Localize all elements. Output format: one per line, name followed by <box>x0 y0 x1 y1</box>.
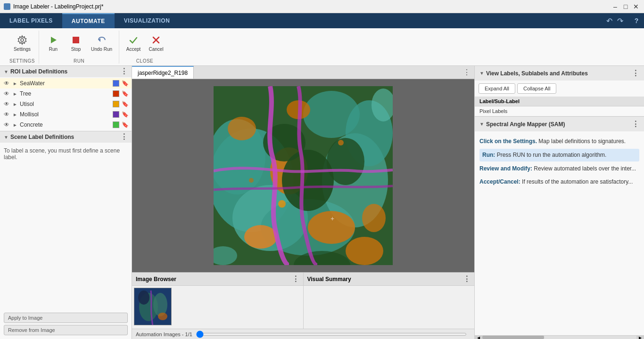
scene-title: Scene Label Definitions <box>10 134 74 140</box>
visual-summary-menu[interactable]: ⋮ <box>463 274 471 283</box>
expand-all-button[interactable]: Expand All <box>479 83 515 94</box>
visibility-icon-seawater[interactable]: 👁 <box>3 80 10 87</box>
undo-run-button[interactable]: Undo Run <box>88 32 115 54</box>
minimize-button[interactable]: – <box>611 2 619 11</box>
visual-summary-header: Visual Summary ⋮ <box>304 273 475 286</box>
view-labels-menu[interactable]: ⋮ <box>632 69 639 78</box>
svg-point-28 <box>338 140 344 145</box>
cancel-button[interactable]: Cancel <box>146 32 166 54</box>
scene-menu-button[interactable]: ⋮ <box>120 133 128 141</box>
svg-point-20 <box>362 204 386 232</box>
sam-scrollbar[interactable]: ◀ ▶ <box>475 335 644 339</box>
svg-point-35 <box>158 313 167 320</box>
scene-section: ▼ Scene Label Definitions ⋮ To label a s… <box>0 131 132 339</box>
expand-icon-seawater[interactable]: ► <box>12 81 18 86</box>
scroll-right-button[interactable]: ▶ <box>636 336 644 339</box>
apply-to-image-button[interactable]: Apply to Image <box>4 313 128 323</box>
tab-visualization[interactable]: VISUALIZATION <box>115 13 180 28</box>
label-item-seawater[interactable]: 👁 ► SeaWater 🔖 <box>0 78 132 89</box>
automation-images-label: Automation Images - 1/1 <box>136 331 192 337</box>
sam-step-1-body: Map label definitions to signatures. <box>538 138 626 145</box>
expand-icon-utisol[interactable]: ► <box>12 101 18 107</box>
image-browser-header: Image Browser ⋮ <box>132 273 303 286</box>
undo-run-icon <box>96 34 107 46</box>
view-labels-header: ▼ View Labels, Sublabels and Attributes … <box>475 66 644 81</box>
undo-button[interactable]: ↶ <box>604 16 614 26</box>
label-item-mollisol[interactable]: 👁 ► Mollisol 🔖 <box>0 109 132 120</box>
svg-marker-1 <box>51 37 57 43</box>
main-layout: ▼ ROI Label Definitions ⋮ 👁 ► SeaWater 🔖… <box>0 66 644 339</box>
label-item-concrete[interactable]: 👁 ► Concrete 🔖 <box>0 120 132 130</box>
svg-point-0 <box>21 39 24 41</box>
sam-content: Click on the Settings. Map label definit… <box>475 131 644 335</box>
expand-icon-concrete[interactable]: ► <box>12 122 18 128</box>
svg-point-29 <box>249 178 254 183</box>
sam-step-1: Click on the Settings. Map label definit… <box>479 135 639 148</box>
label-tag-utisol[interactable]: 🔖 <box>121 100 129 108</box>
accept-button[interactable]: Accept <box>123 32 144 54</box>
automation-footer: Automation Images - 1/1 <box>132 329 474 339</box>
label-item-utisol[interactable]: 👁 ► Utisol 🔖 <box>0 99 132 109</box>
sam-header: ▼ Spectral Angle Mapper (SAM) ⋮ <box>475 117 644 131</box>
view-labels-section: ▼ View Labels, Sublabels and Attributes … <box>475 66 644 117</box>
pixel-labels-row[interactable]: Pixel Labels <box>475 106 644 116</box>
scroll-left-button[interactable]: ◀ <box>475 336 482 339</box>
maximize-button[interactable]: □ <box>621 2 630 11</box>
image-browser-title: Image Browser <box>136 276 176 282</box>
roi-collapse-arrow[interactable]: ▼ <box>4 69 8 74</box>
automation-slider[interactable] <box>196 333 467 336</box>
sam-menu[interactable]: ⋮ <box>632 120 639 129</box>
expand-icon-mollisol[interactable]: ► <box>12 112 18 117</box>
label-name-concrete: Concrete <box>20 121 111 128</box>
image-area[interactable]: + <box>132 79 474 272</box>
image-tab-main[interactable]: jasperRidge2_R198 <box>132 66 194 79</box>
help-button[interactable]: ? <box>629 13 644 28</box>
roi-header: ▼ ROI Label Definitions ⋮ <box>0 66 132 77</box>
scene-buttons: Apply to Image Remove from Image <box>0 309 132 339</box>
label-tag-tree[interactable]: 🔖 <box>121 90 129 97</box>
run-button[interactable]: Run <box>43 32 64 54</box>
roi-title: ROI Label Definitions <box>10 68 67 75</box>
image-tab-label: jasperRidge2_R198 <box>138 70 188 76</box>
sam-collapse[interactable]: ▼ <box>479 121 484 127</box>
visibility-icon-concrete[interactable]: 👁 <box>3 121 10 129</box>
image-browser-menu[interactable]: ⋮ <box>292 274 299 283</box>
run-icon <box>48 34 59 46</box>
close-group: Accept Cancel CLOSE <box>119 31 170 64</box>
sam-step-4-body: If results of the automation are satisfa… <box>522 178 633 185</box>
visibility-icon-utisol[interactable]: 👁 <box>3 100 10 108</box>
view-labels-collapse[interactable]: ▼ <box>479 71 484 76</box>
label-name-seawater: SeaWater <box>20 80 111 87</box>
roi-menu-button[interactable]: ⋮ <box>120 68 128 75</box>
stop-icon <box>70 34 82 46</box>
stop-button[interactable]: Stop <box>66 32 86 54</box>
scene-description: To label a scene, you must first define … <box>4 147 120 161</box>
visual-summary-panel: Visual Summary ⋮ <box>304 273 475 329</box>
visibility-icon-tree[interactable]: 👁 <box>3 90 10 97</box>
scene-collapse-arrow[interactable]: ▼ <box>4 135 8 140</box>
right-panel: ▼ View Labels, Sublabels and Attributes … <box>474 66 644 339</box>
visual-summary-title: Visual Summary <box>307 276 351 282</box>
tab-label-pixels[interactable]: LABEL PIXELS <box>0 13 62 28</box>
label-name-tree: Tree <box>20 90 111 97</box>
image-tab-menu[interactable]: ⋮ <box>459 66 474 79</box>
redo-button[interactable]: ↷ <box>615 16 625 26</box>
accept-icon <box>128 34 139 46</box>
visibility-icon-mollisol[interactable]: 👁 <box>3 111 10 118</box>
expand-icon-tree[interactable]: ► <box>12 91 18 97</box>
label-tag-seawater[interactable]: 🔖 <box>121 80 129 87</box>
close-button[interactable]: ✕ <box>632 2 640 11</box>
settings-button[interactable]: Settings <box>11 32 33 54</box>
tab-automate[interactable]: AUTOMATE <box>62 13 115 28</box>
image-thumbnail[interactable] <box>134 288 172 325</box>
collapse-all-button[interactable]: Collapse All <box>517 83 556 94</box>
label-item-tree[interactable]: 👁 ► Tree 🔖 <box>0 89 132 99</box>
label-tag-concrete[interactable]: 🔖 <box>121 121 129 129</box>
remove-from-image-button[interactable]: Remove from Image <box>4 325 128 335</box>
image-browser-content <box>132 286 303 329</box>
label-sublabel-header: Label/Sub-Label <box>475 97 644 106</box>
svg-point-33 <box>153 293 167 316</box>
left-panel: ▼ ROI Label Definitions ⋮ 👁 ► SeaWater 🔖… <box>0 66 132 339</box>
label-tag-mollisol[interactable]: 🔖 <box>121 111 129 118</box>
image-tab-bar: jasperRidge2_R198 ⋮ <box>132 66 474 79</box>
